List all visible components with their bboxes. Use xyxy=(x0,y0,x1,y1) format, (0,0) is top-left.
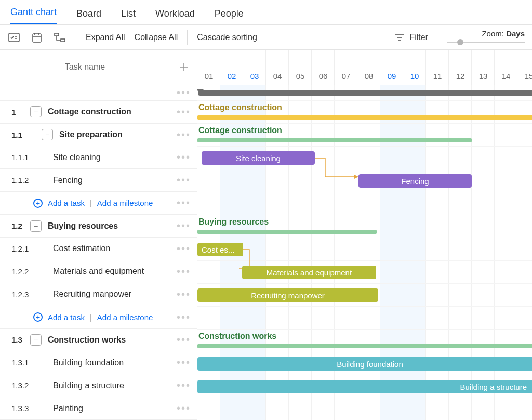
task-number: 1.1.1 xyxy=(0,153,30,162)
svg-rect-7 xyxy=(55,33,59,36)
row-more-icon[interactable]: ••• xyxy=(170,215,197,237)
summary-bar[interactable] xyxy=(197,230,377,234)
gantt-row xyxy=(197,398,532,420)
task-bar[interactable]: Building a structure xyxy=(197,380,532,393)
row-more-icon[interactable]: ••• xyxy=(170,329,197,351)
task-number: 1.2.2 xyxy=(0,267,30,276)
gantt-row: Buying resources xyxy=(197,215,532,238)
task-number: 1.3.2 xyxy=(0,381,30,390)
task-name: Buying resources xyxy=(48,221,170,231)
task-row[interactable]: 1.1.2 Fencing ••• xyxy=(0,169,197,192)
filter-button[interactable]: Filter xyxy=(395,33,428,42)
day-label: 04 xyxy=(266,72,289,81)
row-more-icon[interactable]: ••• xyxy=(170,192,197,214)
add-column-button[interactable] xyxy=(170,50,197,85)
plus-icon xyxy=(179,62,189,72)
task-row[interactable]: 1.1 − Site preparation ••• xyxy=(0,124,197,147)
tab-gantt-chart[interactable]: Gantt chart xyxy=(10,7,57,24)
task-row[interactable]: 1.3.1 Building foundation ••• xyxy=(0,351,197,374)
row-more-icon[interactable]: ••• xyxy=(170,374,197,397)
task-name: Construction works xyxy=(48,335,170,345)
row-more-icon[interactable]: ••• xyxy=(170,397,197,419)
row-more-icon[interactable]: ••• xyxy=(170,260,197,283)
row-more-icon[interactable]: ••• xyxy=(170,85,197,100)
add-task-row: + Add a task | Add a milestone ••• xyxy=(0,306,197,329)
task-bar[interactable]: Cost es... xyxy=(197,243,243,256)
collapse-toggle[interactable]: − xyxy=(30,220,42,232)
task-number: 1.1 xyxy=(0,130,30,139)
gantt-timeline: 010203040506070809101112131415 Cottage c… xyxy=(197,50,532,420)
tab-list[interactable]: List xyxy=(121,8,136,24)
add-milestone-link[interactable]: Add a milestone xyxy=(97,313,153,322)
zoom-slider[interactable] xyxy=(447,39,525,45)
row-more-icon[interactable]: ••• xyxy=(170,306,197,329)
toolbar: Expand All Collapse All Cascade sorting … xyxy=(0,25,532,50)
zoom-label: Zoom: Days xyxy=(482,29,525,38)
task-row[interactable]: 1.3 − Construction works ••• xyxy=(0,329,197,351)
add-milestone-link[interactable]: Add a milestone xyxy=(97,199,153,207)
day-label: 15 xyxy=(517,72,532,81)
gantt-row: Recruiting manpower xyxy=(197,284,532,307)
task-bar[interactable]: Recruiting manpower xyxy=(197,288,378,302)
day-label: 14 xyxy=(495,72,517,81)
plus-circle-icon: + xyxy=(33,199,43,208)
task-row[interactable]: 1 − Cottage construction ••• xyxy=(0,101,197,124)
filter-icon xyxy=(395,34,404,41)
project-range-bar[interactable] xyxy=(198,90,532,96)
checklist-icon[interactable] xyxy=(7,31,21,44)
task-row[interactable]: 1.3.2 Building a structure ••• xyxy=(0,374,197,397)
task-number: 1.2 xyxy=(0,221,30,230)
task-bar[interactable]: Fencing xyxy=(358,174,472,188)
day-label: 02 xyxy=(220,72,243,81)
row-more-icon[interactable]: ••• xyxy=(170,283,197,306)
gantt-row xyxy=(197,307,532,330)
collapse-toggle[interactable]: − xyxy=(30,106,42,117)
row-more-icon[interactable]: ••• xyxy=(170,238,197,260)
summary-bar[interactable] xyxy=(197,344,532,348)
collapse-all-button[interactable]: Collapse All xyxy=(135,33,178,42)
zoom-slider-thumb[interactable] xyxy=(457,39,463,45)
collapse-toggle[interactable]: − xyxy=(42,129,53,140)
task-name: Painting xyxy=(53,404,170,413)
gantt-chart-area[interactable]: Cottage construction Cottage constructio… xyxy=(197,85,532,420)
expand-all-button[interactable]: Expand All xyxy=(86,33,125,42)
task-bar[interactable]: Materials and equipment xyxy=(242,266,376,279)
summary-bar[interactable] xyxy=(197,138,472,142)
task-name: Materials and equipment xyxy=(53,267,170,276)
gantt-row xyxy=(197,85,532,101)
task-name: Fencing xyxy=(53,176,170,185)
task-bar[interactable]: Site cleaning xyxy=(202,151,315,165)
task-row[interactable]: 1.3.3 Painting ••• xyxy=(0,397,197,420)
day-label: 12 xyxy=(449,72,472,81)
row-more-icon[interactable]: ••• xyxy=(170,101,197,123)
plus-circle-icon: + xyxy=(33,312,43,322)
gantt-row: Fencing xyxy=(197,169,532,192)
row-more-icon[interactable]: ••• xyxy=(170,351,197,374)
add-task-row: + Add a task | Add a milestone ••• xyxy=(0,192,197,215)
svg-rect-0 xyxy=(9,33,19,42)
task-row[interactable]: 1.2 − Buying resources ••• xyxy=(0,215,197,238)
task-number: 1.3 xyxy=(0,335,30,344)
task-row[interactable]: 1.1.1 Site cleaning ••• xyxy=(0,146,197,169)
tab-workload[interactable]: Workload xyxy=(155,8,195,24)
collapse-toggle[interactable]: − xyxy=(30,334,42,346)
day-label: 01 xyxy=(197,72,220,81)
task-number: 1.2.1 xyxy=(0,244,30,253)
task-row[interactable]: 1.2.1 Cost estimation ••• xyxy=(0,238,197,260)
row-more-icon[interactable]: ••• xyxy=(170,124,197,146)
tab-board[interactable]: Board xyxy=(76,8,101,24)
hierarchy-icon[interactable] xyxy=(53,31,66,44)
task-row[interactable]: 1.2.3 Recruiting manpower ••• xyxy=(0,283,197,306)
add-task-link[interactable]: Add a task xyxy=(48,313,85,322)
calendar-settings-icon[interactable] xyxy=(30,31,44,44)
row-more-icon[interactable]: ••• xyxy=(170,169,197,191)
cascade-sorting-button[interactable]: Cascade sorting xyxy=(197,33,257,42)
row-more-icon[interactable]: ••• xyxy=(170,146,197,168)
task-bar[interactable]: Building foundation xyxy=(197,357,532,371)
summary-bar[interactable] xyxy=(197,115,532,120)
day-label: 05 xyxy=(289,72,312,81)
tab-people[interactable]: People xyxy=(215,8,244,24)
gantt-row: Cottage construction xyxy=(197,124,532,147)
task-row[interactable]: 1.2.2 Materials and equipment ••• xyxy=(0,260,197,283)
add-task-link[interactable]: Add a task xyxy=(48,199,85,207)
